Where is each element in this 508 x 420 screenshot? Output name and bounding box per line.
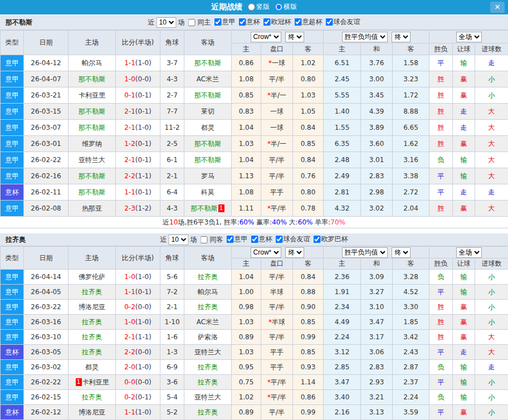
match-row[interactable]: 意甲 26-03-21 卡利亚里 0-1(0-1) 2-7 那不勒斯 0.85 … — [1, 87, 508, 104]
league-checkbox-input[interactable] — [326, 18, 333, 26]
home-team[interactable]: 那不勒斯 — [69, 168, 116, 184]
view-radio-input[interactable] — [275, 3, 282, 11]
home-team[interactable]: 亚特兰大 — [69, 152, 116, 168]
scope-select[interactable]: 全场 — [456, 247, 482, 258]
away-team[interactable]: 那不勒斯 — [184, 136, 232, 152]
away-team[interactable]: 亚特兰大 — [184, 390, 232, 405]
league-checkbox-input[interactable] — [314, 236, 321, 243]
away-team[interactable]: 那不勒斯 — [184, 87, 232, 104]
match-count-select[interactable]: 10 — [169, 235, 189, 245]
match-row[interactable]: 意甲 26-02-22 亚特兰大 2-1(0-1) 6-1 那不勒斯 1.04 … — [1, 152, 508, 168]
match-row[interactable]: 意甲 26-03-16 拉齐奥 1-0(1-0) 1-10 AC米兰 1.03 … — [1, 315, 508, 330]
league-checkbox-1[interactable]: 意杯 — [236, 17, 260, 27]
league-checkbox-3[interactable]: 意超杯 — [291, 17, 323, 27]
league-checkbox-input[interactable] — [227, 236, 234, 243]
home-team[interactable]: 那不勒斯 — [69, 120, 116, 136]
home-team[interactable]: 拉齐奥 — [69, 285, 116, 300]
match-row[interactable]: 意甲 26-04-05 拉齐奥 1-1(0-1) 7-2 帕尔马 1.00 半球… — [1, 285, 508, 300]
same-venue-input[interactable] — [201, 236, 208, 243]
home-team[interactable]: 拉齐奥 — [69, 315, 116, 330]
match-row[interactable]: 意甲 26-03-22 博洛尼亚 0-2(0-0) 2-1 拉齐奥 0.98 平… — [1, 300, 508, 315]
home-team[interactable]: 那不勒斯 — [69, 184, 116, 201]
home-team[interactable]: 卡利亚里 — [69, 87, 116, 104]
league-checkbox-0[interactable]: 意甲 — [211, 17, 236, 27]
league-checkbox-input[interactable] — [276, 236, 283, 243]
match-row[interactable]: 意甲 26-02-16 那不勒斯 2-2(1-1) 2-1 罗马 1.13 平/… — [1, 168, 508, 184]
home-team[interactable]: 都灵 — [69, 360, 116, 375]
away-team[interactable]: AC米兰 — [184, 315, 232, 330]
away-team[interactable]: 拉齐奥 — [184, 300, 232, 315]
league-checkbox-2[interactable]: 欧冠杯 — [260, 17, 291, 27]
match-row[interactable]: 意甲 26-02-08 热那亚 2-3(1-2) 4-3 那不勒斯1 1.11 … — [1, 201, 508, 217]
home-team[interactable]: 维罗纳 — [69, 136, 116, 152]
home-team[interactable]: 热那亚 — [69, 201, 116, 217]
home-team[interactable]: 佛罗伦萨 — [69, 270, 116, 285]
league-checkbox-input[interactable] — [239, 18, 246, 26]
away-team[interactable]: 萨索洛 — [184, 330, 232, 345]
away-team[interactable]: 科莫 — [184, 184, 232, 201]
euro-source-select[interactable]: 胜平负均值 — [342, 247, 388, 258]
scope-select[interactable]: 全场 — [456, 32, 482, 42]
league-checkbox-0[interactable]: 意甲 — [223, 235, 248, 244]
away-team[interactable]: 那不勒斯 — [184, 55, 232, 71]
home-team[interactable]: 帕尔马 — [69, 55, 116, 71]
league-checkbox-input[interactable] — [295, 18, 302, 26]
away-team[interactable]: 那不勒斯 — [184, 152, 232, 168]
home-team[interactable]: 1卡利亚里 — [69, 375, 116, 390]
euro-time-select[interactable]: 终 — [392, 247, 411, 258]
match-row[interactable]: 意甲 26-03-02 都灵 2-0(1-0) 6-9 拉齐奥 0.95 平手 … — [1, 360, 508, 375]
match-row[interactable]: 意甲 26-03-01 维罗纳 1-2(0-1) 2-5 那不勒斯 1.03 *… — [1, 136, 508, 152]
away-team[interactable]: 莱切 — [184, 104, 232, 120]
league-checkbox-input[interactable] — [214, 18, 222, 26]
away-team[interactable]: 帕尔马 — [184, 285, 232, 300]
match-row[interactable]: 意甲 26-03-10 拉齐奥 2-1(1-1) 1-6 萨索洛 0.89 平/… — [1, 330, 508, 345]
away-team[interactable]: 都灵 — [184, 120, 232, 136]
away-team[interactable]: AC米兰 — [184, 71, 232, 87]
away-team[interactable]: 那不勒斯1 — [184, 201, 232, 217]
match-row[interactable]: 意甲 26-04-07 那不勒斯 1-0(0-0) 4-3 AC米兰 1.08 … — [1, 71, 508, 87]
home-team[interactable]: 那不勒斯 — [69, 104, 116, 120]
odds-source-select[interactable]: Crow* — [251, 247, 281, 258]
match-row[interactable]: 意甲 26-04-12 帕尔马 1-1(1-0) 3-7 那不勒斯 0.86 *… — [1, 55, 508, 71]
odds-time-select[interactable]: 终 — [285, 247, 304, 258]
league-checkbox-2[interactable]: 球会友谊 — [272, 235, 310, 244]
euro-time-select[interactable]: 终 — [392, 32, 411, 42]
away-team[interactable]: 罗马 — [184, 168, 232, 184]
away-team[interactable]: 拉齐奥 — [184, 360, 232, 375]
home-team[interactable]: 拉齐奥 — [69, 390, 116, 405]
match-row[interactable]: 意甲 26-04-14 佛罗伦萨 1-0(1-0) 5-6 拉齐奥 1.04 平… — [1, 270, 508, 285]
match-row[interactable]: 意杯 26-02-12 博洛尼亚 1-1(1-0) 5-2 拉齐奥 0.89 平… — [1, 405, 508, 420]
away-team[interactable]: 拉齐奥 — [184, 405, 232, 420]
match-row[interactable]: 意甲 26-03-07 那不勒斯 2-1(1-0) 11-2 都灵 1.04 一… — [1, 120, 508, 136]
home-team[interactable]: 拉齐奥 — [69, 345, 116, 360]
league-checkbox-4[interactable]: 球会友谊 — [323, 17, 360, 27]
same-venue-checkbox[interactable]: 同客 — [197, 235, 223, 245]
odds-source-select[interactable]: Crow* — [251, 32, 281, 42]
match-row[interactable]: 意甲 26-02-22 1卡利亚里 0-0(0-0) 3-6 拉齐奥 0.75 … — [1, 375, 508, 390]
close-icon[interactable]: ✕ — [490, 2, 505, 13]
league-checkbox-input[interactable] — [251, 236, 258, 243]
home-team[interactable]: 博洛尼亚 — [69, 300, 116, 315]
away-team[interactable]: 拉齐奥 — [184, 375, 232, 390]
same-venue-checkbox[interactable]: 同主 — [185, 18, 211, 27]
league-checkbox-1[interactable]: 意杯 — [248, 235, 272, 244]
match-count-select[interactable]: 10 — [157, 17, 177, 28]
match-row[interactable]: 意甲 26-03-15 那不勒斯 2-1(0-1) 7-7 莱切 0.83 一球… — [1, 104, 508, 120]
away-team[interactable]: 拉齐奥 — [184, 270, 232, 285]
same-venue-input[interactable] — [188, 19, 196, 26]
home-team[interactable]: 那不勒斯 — [69, 71, 116, 87]
away-team[interactable]: 亚特兰大 — [184, 345, 232, 360]
home-team[interactable]: 拉齐奥 — [69, 330, 116, 345]
league-checkbox-3[interactable]: 欧罗巴杯 — [310, 235, 348, 244]
odds-time-select[interactable]: 终 — [285, 32, 304, 42]
match-row[interactable]: 意杯 26-03-05 拉齐奥 2-2(0-0) 1-3 亚特兰大 1.03 平… — [1, 345, 508, 360]
view-radio-0[interactable]: 竖版 — [245, 2, 270, 12]
euro-source-select[interactable]: 胜平负均值 — [342, 32, 388, 42]
home-team[interactable]: 博洛尼亚 — [69, 405, 116, 420]
match-row[interactable]: 意杯 26-02-11 那不勒斯 1-1(0-1) 6-4 科莫 1.08 平手… — [1, 184, 508, 201]
league-checkbox-input[interactable] — [263, 18, 271, 26]
col-euro-home: 主 — [324, 258, 361, 270]
view-radio-1[interactable]: 横版 — [272, 2, 297, 12]
view-radio-input[interactable] — [248, 3, 255, 11]
match-row[interactable]: 意甲 26-02-15 拉齐奥 0-2(0-1) 5-4 亚特兰大 1.02 *… — [1, 390, 508, 405]
